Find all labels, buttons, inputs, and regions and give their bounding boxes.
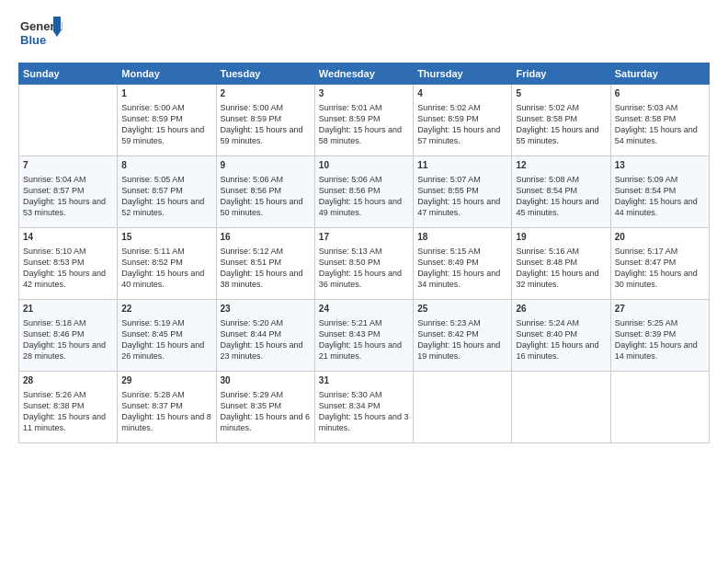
cell-content: Sunrise: 5:02 AM Sunset: 8:59 PM Dayligh… xyxy=(417,102,507,147)
calendar-row-3: 14Sunrise: 5:10 AM Sunset: 8:53 PM Dayli… xyxy=(19,228,710,300)
col-monday: Monday xyxy=(118,63,216,85)
cell-content: Sunrise: 5:19 AM Sunset: 8:45 PM Dayligh… xyxy=(121,317,211,362)
cell-content: Sunrise: 5:13 AM Sunset: 8:50 PM Dayligh… xyxy=(319,246,409,291)
calendar-row-2: 7Sunrise: 5:04 AM Sunset: 8:57 PM Daylig… xyxy=(19,156,710,228)
cell-content: Sunrise: 5:30 AM Sunset: 8:34 PM Dayligh… xyxy=(319,389,409,434)
day-number: 30 xyxy=(221,374,311,387)
cell-content: Sunrise: 5:21 AM Sunset: 8:43 PM Dayligh… xyxy=(319,317,409,362)
day-number: 27 xyxy=(615,303,705,316)
calendar-cell: 6Sunrise: 5:03 AM Sunset: 8:58 PM Daylig… xyxy=(610,85,709,156)
svg-marker-3 xyxy=(53,31,61,37)
col-wednesday: Wednesday xyxy=(314,63,413,85)
calendar-cell: 1Sunrise: 5:00 AM Sunset: 8:59 PM Daylig… xyxy=(118,85,216,156)
calendar-cell: 21Sunrise: 5:18 AM Sunset: 8:46 PM Dayli… xyxy=(19,300,118,372)
calendar-cell: 27Sunrise: 5:25 AM Sunset: 8:39 PM Dayli… xyxy=(610,300,709,372)
calendar-cell: 11Sunrise: 5:07 AM Sunset: 8:55 PM Dayli… xyxy=(414,156,512,228)
day-number: 16 xyxy=(221,231,311,244)
day-number: 28 xyxy=(23,374,113,387)
cell-content: Sunrise: 5:04 AM Sunset: 8:57 PM Dayligh… xyxy=(23,174,113,219)
day-number: 5 xyxy=(516,87,606,100)
calendar-cell: 26Sunrise: 5:24 AM Sunset: 8:40 PM Dayli… xyxy=(512,300,610,372)
cell-content: Sunrise: 5:03 AM Sunset: 8:58 PM Dayligh… xyxy=(615,102,705,147)
calendar-cell: 24Sunrise: 5:21 AM Sunset: 8:43 PM Dayli… xyxy=(314,300,413,372)
cell-content: Sunrise: 5:08 AM Sunset: 8:54 PM Dayligh… xyxy=(516,174,606,219)
calendar-cell: 8Sunrise: 5:05 AM Sunset: 8:57 PM Daylig… xyxy=(118,156,216,228)
calendar-cell: 19Sunrise: 5:16 AM Sunset: 8:48 PM Dayli… xyxy=(512,228,610,300)
svg-marker-2 xyxy=(53,17,61,31)
calendar-row-4: 21Sunrise: 5:18 AM Sunset: 8:46 PM Dayli… xyxy=(19,300,710,372)
calendar-cell: 15Sunrise: 5:11 AM Sunset: 8:52 PM Dayli… xyxy=(118,228,216,300)
day-number: 31 xyxy=(319,374,409,387)
day-number: 11 xyxy=(417,159,507,172)
cell-content: Sunrise: 5:15 AM Sunset: 8:49 PM Dayligh… xyxy=(417,246,507,291)
day-number: 26 xyxy=(516,303,606,316)
calendar-cell: 18Sunrise: 5:15 AM Sunset: 8:49 PM Dayli… xyxy=(414,228,512,300)
day-number: 9 xyxy=(221,159,311,172)
calendar-row-1: 1Sunrise: 5:00 AM Sunset: 8:59 PM Daylig… xyxy=(19,85,710,156)
day-number: 12 xyxy=(516,159,606,172)
cell-content: Sunrise: 5:17 AM Sunset: 8:47 PM Dayligh… xyxy=(615,246,705,291)
calendar-cell: 5Sunrise: 5:02 AM Sunset: 8:58 PM Daylig… xyxy=(512,85,610,156)
day-number: 18 xyxy=(417,231,507,244)
day-number: 2 xyxy=(221,87,311,100)
day-number: 8 xyxy=(121,159,211,172)
cell-content: Sunrise: 5:16 AM Sunset: 8:48 PM Dayligh… xyxy=(516,246,606,291)
calendar-cell: 9Sunrise: 5:06 AM Sunset: 8:56 PM Daylig… xyxy=(216,156,314,228)
calendar-cell: 17Sunrise: 5:13 AM Sunset: 8:50 PM Dayli… xyxy=(314,228,413,300)
day-number: 7 xyxy=(23,159,113,172)
day-number: 13 xyxy=(615,159,705,172)
day-number: 4 xyxy=(417,87,507,100)
day-number: 1 xyxy=(121,87,211,100)
cell-content: Sunrise: 5:00 AM Sunset: 8:59 PM Dayligh… xyxy=(121,102,211,147)
col-saturday: Saturday xyxy=(610,63,709,85)
calendar-cell: 20Sunrise: 5:17 AM Sunset: 8:47 PM Dayli… xyxy=(610,228,709,300)
calendar-cell: 10Sunrise: 5:06 AM Sunset: 8:56 PM Dayli… xyxy=(314,156,413,228)
day-number: 14 xyxy=(23,231,113,244)
calendar-cell xyxy=(414,372,512,443)
calendar-cell: 14Sunrise: 5:10 AM Sunset: 8:53 PM Dayli… xyxy=(19,228,118,300)
day-number: 20 xyxy=(615,231,705,244)
calendar-page: General Blue Sunday Monday Tuesday Wedne… xyxy=(0,0,728,563)
calendar-header-row: Sunday Monday Tuesday Wednesday Thursday… xyxy=(19,63,710,85)
cell-content: Sunrise: 5:06 AM Sunset: 8:56 PM Dayligh… xyxy=(319,174,409,219)
day-number: 24 xyxy=(319,303,409,316)
calendar-table: Sunday Monday Tuesday Wednesday Thursday… xyxy=(18,63,710,443)
calendar-cell xyxy=(512,372,610,443)
calendar-row-5: 28Sunrise: 5:26 AM Sunset: 8:38 PM Dayli… xyxy=(19,372,710,443)
cell-content: Sunrise: 5:00 AM Sunset: 8:59 PM Dayligh… xyxy=(221,102,311,147)
cell-content: Sunrise: 5:09 AM Sunset: 8:54 PM Dayligh… xyxy=(615,174,705,219)
day-number: 25 xyxy=(417,303,507,316)
day-number: 21 xyxy=(23,303,113,316)
calendar-cell: 22Sunrise: 5:19 AM Sunset: 8:45 PM Dayli… xyxy=(118,300,216,372)
generalblue-logo: General Blue xyxy=(18,15,63,55)
col-tuesday: Tuesday xyxy=(216,63,314,85)
cell-content: Sunrise: 5:02 AM Sunset: 8:58 PM Dayligh… xyxy=(516,102,606,147)
cell-content: Sunrise: 5:12 AM Sunset: 8:51 PM Dayligh… xyxy=(221,246,311,291)
day-number: 17 xyxy=(319,231,409,244)
logo: General Blue xyxy=(18,15,63,55)
cell-content: Sunrise: 5:06 AM Sunset: 8:56 PM Dayligh… xyxy=(221,174,311,219)
calendar-cell: 29Sunrise: 5:28 AM Sunset: 8:37 PM Dayli… xyxy=(118,372,216,443)
calendar-cell: 2Sunrise: 5:00 AM Sunset: 8:59 PM Daylig… xyxy=(216,85,314,156)
cell-content: Sunrise: 5:24 AM Sunset: 8:40 PM Dayligh… xyxy=(516,317,606,362)
calendar-cell: 23Sunrise: 5:20 AM Sunset: 8:44 PM Dayli… xyxy=(216,300,314,372)
calendar-cell: 28Sunrise: 5:26 AM Sunset: 8:38 PM Dayli… xyxy=(19,372,118,443)
calendar-cell: 7Sunrise: 5:04 AM Sunset: 8:57 PM Daylig… xyxy=(19,156,118,228)
day-number: 3 xyxy=(319,87,409,100)
cell-content: Sunrise: 5:28 AM Sunset: 8:37 PM Dayligh… xyxy=(121,389,211,434)
header: General Blue xyxy=(18,15,710,55)
day-number: 29 xyxy=(121,374,211,387)
calendar-cell xyxy=(19,85,118,156)
calendar-cell xyxy=(610,372,709,443)
cell-content: Sunrise: 5:25 AM Sunset: 8:39 PM Dayligh… xyxy=(615,317,705,362)
day-number: 22 xyxy=(121,303,211,316)
cell-content: Sunrise: 5:20 AM Sunset: 8:44 PM Dayligh… xyxy=(221,317,311,362)
calendar-cell: 4Sunrise: 5:02 AM Sunset: 8:59 PM Daylig… xyxy=(414,85,512,156)
calendar-cell: 12Sunrise: 5:08 AM Sunset: 8:54 PM Dayli… xyxy=(512,156,610,228)
svg-text:Blue: Blue xyxy=(20,33,46,47)
calendar-cell: 25Sunrise: 5:23 AM Sunset: 8:42 PM Dayli… xyxy=(414,300,512,372)
calendar-cell: 30Sunrise: 5:29 AM Sunset: 8:35 PM Dayli… xyxy=(216,372,314,443)
calendar-cell: 3Sunrise: 5:01 AM Sunset: 8:59 PM Daylig… xyxy=(314,85,413,156)
cell-content: Sunrise: 5:01 AM Sunset: 8:59 PM Dayligh… xyxy=(319,102,409,147)
day-number: 10 xyxy=(319,159,409,172)
